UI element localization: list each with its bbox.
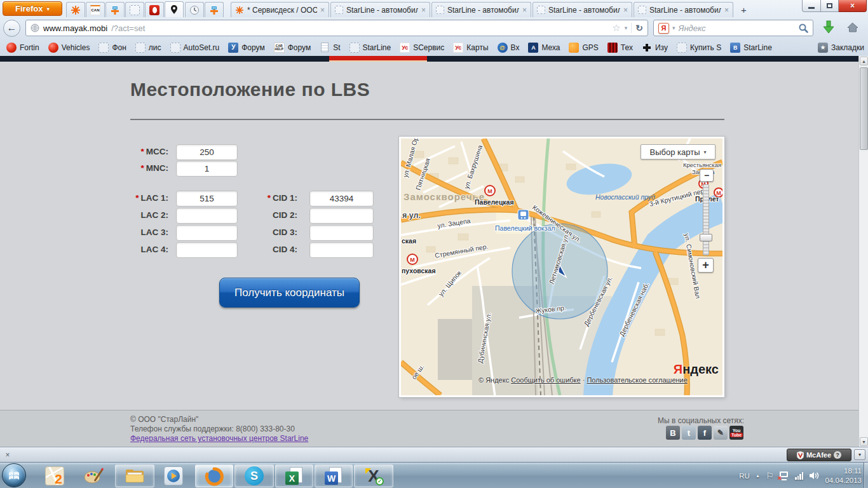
app-tab-robot-1[interactable] [105, 2, 125, 17]
yandex-icon[interactable]: Я [658, 23, 669, 34]
cid1-input[interactable] [309, 191, 374, 207]
cid4-input[interactable] [309, 242, 374, 258]
zoom-out-button[interactable]: − [700, 169, 714, 182]
taskbar-firefox[interactable] [195, 464, 233, 487]
network-status-icon[interactable]: × [779, 471, 789, 480]
tab-starline-1[interactable]: StarLine - автомобил... × [330, 2, 430, 17]
bookmark-starline[interactable]: StarLine [345, 43, 396, 53]
bookmark-autoset[interactable]: AutoSet.ru [166, 43, 224, 53]
zoom-slider-thumb[interactable] [700, 234, 712, 241]
app-tab-can[interactable]: CAN [86, 2, 105, 17]
bookmark-izu[interactable]: Изу [637, 43, 672, 53]
app-tab-clock[interactable] [185, 2, 204, 17]
tab-close-icon[interactable]: × [623, 6, 628, 15]
vk-icon[interactable]: B [666, 426, 680, 440]
search-input[interactable] [679, 24, 796, 33]
taskbar-explorer[interactable] [115, 464, 154, 487]
report-error-link[interactable]: Сообщить об ошибке [511, 376, 580, 384]
bookmark-kupit[interactable]: Купить S [672, 43, 726, 53]
zoom-slider-track[interactable] [703, 184, 709, 255]
action-center-flag-icon[interactable]: ⚐ [766, 471, 774, 481]
reload-icon[interactable]: ↻ [635, 23, 643, 33]
taskbar-paint[interactable] [81, 464, 106, 487]
bookmark-vehicles[interactable]: Vehicles [44, 43, 95, 53]
user-agreement-link[interactable]: Пользовательское соглашение [587, 376, 687, 384]
bookmark-st[interactable]: St [315, 43, 344, 53]
minimize-button[interactable] [802, 0, 821, 12]
new-tab-button[interactable]: + [736, 3, 752, 16]
tab-close-icon[interactable]: × [522, 6, 527, 15]
app-tab-red[interactable] [145, 2, 164, 17]
lac2-input[interactable] [176, 208, 238, 224]
tab-starline-3[interactable]: StarLine - автомобил... × [532, 2, 632, 17]
mcafee-dropdown-icon[interactable]: ▾ [854, 449, 865, 460]
bookmark-fon[interactable]: Фон [94, 43, 130, 53]
bookmark-forum-u[interactable]: УФорум [224, 43, 269, 53]
bookmark-forum-carhelp[interactable]: CAR HELPФорум [269, 43, 315, 53]
zoom-in-button[interactable]: + [698, 258, 714, 273]
taskbar-xapp[interactable]: X✓ [354, 464, 393, 487]
taskbar-skype[interactable]: S [234, 464, 274, 487]
taskbar-2gis[interactable]: 2 [42, 464, 67, 487]
bookmark-sservice[interactable]: УсSСервис [395, 43, 449, 53]
url-dropdown-icon[interactable]: ▾ [625, 25, 628, 31]
lac3-input[interactable] [176, 225, 238, 241]
mcafee-help-icon[interactable]: ? [834, 451, 841, 459]
lac4-input[interactable] [176, 242, 238, 258]
signal-bars-icon[interactable] [795, 472, 803, 480]
scrollbar-thumb[interactable] [860, 67, 868, 150]
clock[interactable]: 18:11 04.04.2013 [825, 466, 862, 485]
home-button[interactable] [846, 22, 858, 35]
mcc-input[interactable] [176, 144, 238, 160]
taskbar-excel[interactable]: X [275, 464, 313, 487]
tab-close-icon[interactable]: × [320, 6, 325, 15]
cid3-input[interactable] [309, 225, 374, 241]
mcafee-widget[interactable]: McAfee ? [787, 449, 851, 461]
bookmark-lis[interactable]: лис [131, 43, 166, 53]
bookmark-vh[interactable]: @Вх [493, 43, 524, 53]
tab-close-icon[interactable]: × [724, 6, 729, 15]
tab-starline-4[interactable]: StarLine - автомобил... × [634, 2, 733, 17]
get-coordinates-button[interactable]: Получить координаты [219, 278, 360, 308]
taskbar-word[interactable]: W [315, 464, 353, 487]
bookmark-star-icon[interactable]: ☆ [612, 22, 620, 34]
bookmark-tex[interactable]: Тех [603, 43, 637, 53]
mnc-input[interactable] [176, 161, 238, 177]
yandex-logo[interactable]: Яндекс [673, 362, 719, 377]
livejournal-icon[interactable]: ✎ [714, 426, 728, 440]
show-desktop-button[interactable] [864, 463, 868, 488]
cid2-input[interactable] [309, 208, 374, 224]
site-nav-active-item[interactable] [329, 56, 427, 60]
search-engine-dropdown-icon[interactable]: ▾ [672, 25, 675, 31]
bookmark-gps[interactable]: GPS [564, 43, 602, 53]
start-button[interactable] [2, 463, 26, 487]
yandex-map[interactable]: М М М М [399, 137, 724, 397]
facebook-icon[interactable]: f [698, 426, 712, 440]
youtube-icon[interactable]: YouTube [729, 426, 743, 440]
app-tab-starline[interactable] [66, 2, 85, 17]
show-bookmarks-button[interactable]: ★ Закладки [818, 39, 864, 56]
close-button[interactable]: × [839, 0, 867, 12]
scroll-down-icon[interactable]: ▼ [860, 437, 868, 446]
tab-close-icon[interactable]: × [421, 6, 426, 15]
twitter-icon[interactable]: t [682, 426, 696, 440]
tab-starline-2[interactable]: StarLine - автомобил... × [431, 2, 531, 17]
tray-expand-icon[interactable]: ▲ [756, 473, 760, 478]
taskbar-wmp[interactable] [161, 464, 186, 487]
url-bar[interactable]: www.mayak.mobi/?act=set ☆ ▾ ↻ [25, 20, 648, 36]
addon-bar-close-icon[interactable]: × [3, 450, 13, 460]
map-type-chooser[interactable]: Выбор карты ▾ [641, 144, 715, 159]
language-indicator[interactable]: RU [739, 472, 750, 480]
firefox-menu-button[interactable]: Firefox ▾ [3, 1, 62, 16]
search-box[interactable]: Я ▾ [653, 20, 813, 36]
scrollbar[interactable]: ▲ ▼ [858, 56, 868, 447]
restore-button[interactable] [821, 0, 839, 12]
app-tab-robot-2[interactable] [205, 2, 224, 17]
bookmark-starline-b[interactable]: BStarLine [726, 43, 776, 53]
bookmark-mexa[interactable]: AМеха [524, 43, 564, 53]
search-icon[interactable] [799, 24, 808, 33]
bookmark-karty[interactable]: УсКарты [449, 43, 492, 53]
bookmark-fortin[interactable]: Fortin [2, 43, 44, 53]
app-tab-mayak-active[interactable] [165, 1, 184, 17]
app-tab-blank[interactable] [125, 2, 144, 17]
